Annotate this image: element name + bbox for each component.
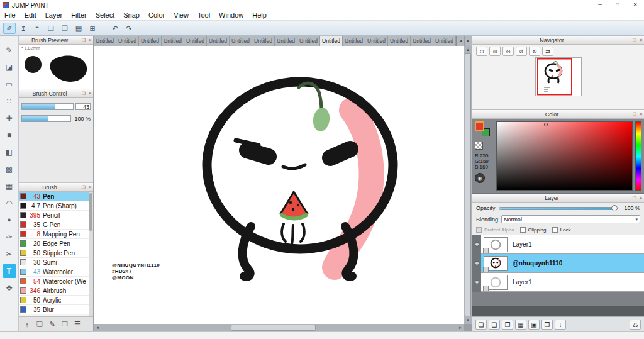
brush-menu-icon[interactable]: ☰ xyxy=(72,320,82,328)
foreground-color-swatch[interactable] xyxy=(475,121,484,131)
panel-popout-icon[interactable]: ❐ xyxy=(631,112,638,117)
canvas-viewport[interactable]: @NHUQUYNH1110 #HD247 @MOON ◂ ▸ ▴ ▾ xyxy=(94,46,472,331)
panel-close-icon[interactable]: ✕ xyxy=(87,38,93,43)
panel-close-icon[interactable]: ✕ xyxy=(638,112,644,117)
document-tab[interactable]: Untitled xyxy=(343,36,365,46)
layer-row[interactable]: Layer1 xyxy=(472,235,644,254)
slice-tool[interactable]: ✂ xyxy=(3,247,16,261)
brush-up-icon[interactable]: ↑ xyxy=(22,321,32,328)
brush-item[interactable]: 50 Stipple Pen xyxy=(19,248,93,258)
gradient-tool[interactable]: ▩ xyxy=(3,162,16,176)
add-brush-icon[interactable]: ❏ xyxy=(35,320,45,328)
document-tab[interactable]: Untitled xyxy=(252,36,275,46)
protect-alpha-checkbox[interactable] xyxy=(476,227,482,233)
document-tab[interactable]: Untitled xyxy=(297,36,320,46)
brush-item[interactable]: 20 Edge Pen xyxy=(19,239,93,248)
menu-item-window[interactable]: Window xyxy=(214,10,248,21)
brush-item[interactable]: 395 Pencil xyxy=(19,211,93,220)
pan-tool[interactable]: ✥ xyxy=(3,281,16,295)
brush-size-slider[interactable] xyxy=(21,103,74,110)
panel-popout-icon[interactable]: ❐ xyxy=(80,91,87,96)
document-tab[interactable]: Untitled xyxy=(275,36,297,46)
maximize-button[interactable]: □ xyxy=(609,0,626,10)
dot-pen-tool[interactable]: ∷ xyxy=(3,94,16,108)
merge-down-icon[interactable]: ↓ xyxy=(555,320,566,330)
document-tab[interactable]: Untitled xyxy=(116,36,139,46)
document-tab[interactable]: Untitled xyxy=(388,36,411,46)
panel-close-icon[interactable]: ✕ xyxy=(87,185,93,190)
text-tool[interactable]: T xyxy=(3,264,16,278)
menu-item-color[interactable]: Color xyxy=(144,10,169,21)
vertical-scroll-thumb[interactable] xyxy=(465,53,471,316)
menu-item-tool[interactable]: Tool xyxy=(193,10,214,21)
transparent-color-swatch[interactable] xyxy=(475,142,483,150)
layer-row-selected[interactable]: @nhuquynh1110 xyxy=(472,254,644,273)
scroll-up-icon[interactable]: ▴ xyxy=(464,46,472,53)
rotate-ccw-icon[interactable]: ↺ xyxy=(516,47,527,56)
pages-button[interactable]: ❐ xyxy=(58,23,71,34)
drawing-canvas[interactable]: @NHUQUYNH1110 #HD247 @MOON xyxy=(94,46,464,324)
layer-row[interactable]: Layer1 xyxy=(472,273,644,292)
menu-item-filter[interactable]: Filter xyxy=(67,10,91,21)
menu-item-file[interactable]: File xyxy=(0,10,20,21)
eraser-tool[interactable]: ◪ xyxy=(3,60,16,74)
panel-close-icon[interactable]: ✕ xyxy=(87,91,93,96)
brush-item[interactable]: 43 Watercolor xyxy=(19,267,93,277)
panel-layout-button[interactable]: ❏ xyxy=(45,23,57,34)
panel-popout-icon[interactable]: ❐ xyxy=(631,38,638,43)
duplicate-brush-icon[interactable]: ❐ xyxy=(60,320,70,328)
minimize-button[interactable]: ─ xyxy=(591,0,609,10)
document-tab[interactable]: Untitled xyxy=(365,36,388,46)
brush-item[interactable]: 35 G Pen xyxy=(19,220,93,230)
panel-popout-icon[interactable]: ❐ xyxy=(80,38,87,43)
brush-list-scrollbar[interactable] xyxy=(89,192,93,316)
panel-close-icon[interactable]: ✕ xyxy=(638,196,644,201)
move-tool[interactable]: ✚ xyxy=(3,111,16,125)
menu-item-select[interactable]: Select xyxy=(91,10,119,21)
transfer-layer-icon[interactable]: ❒ xyxy=(541,320,553,330)
saturation-value-picker[interactable] xyxy=(496,121,633,191)
layer-folder-icon[interactable]: ▣ xyxy=(528,320,540,330)
edit-brush-icon[interactable]: ✎ xyxy=(47,320,57,328)
brush-size-value[interactable]: 43 xyxy=(75,103,91,110)
blending-select[interactable]: Normal ▾ xyxy=(501,215,640,223)
halftone-layer-icon[interactable]: ▦ xyxy=(515,320,526,330)
zoom-reset-icon[interactable]: ⊜ xyxy=(502,47,514,56)
add-8bit-layer-icon[interactable]: ❑ xyxy=(489,320,500,330)
menu-item-layer[interactable]: Layer xyxy=(41,10,67,21)
brush-item[interactable]: 54 Watercolor (We xyxy=(19,277,93,286)
zoom-out-icon[interactable]: ⊖ xyxy=(476,47,487,56)
duplicate-layer-icon[interactable]: ❐ xyxy=(502,320,513,330)
lock-checkbox[interactable] xyxy=(552,227,558,233)
brush-tool[interactable]: ✎ xyxy=(3,43,16,57)
document-tab[interactable]: Untitled xyxy=(433,36,456,46)
tab-scroll-right-icon[interactable]: ▸ xyxy=(464,36,472,46)
eyedropper-icon[interactable]: ◉ xyxy=(475,173,485,183)
hue-slider[interactable] xyxy=(635,121,641,191)
bucket-tool[interactable]: ◧ xyxy=(3,145,16,159)
panel-close-icon[interactable]: ✕ xyxy=(638,38,644,43)
horizontal-scrollbar[interactable]: ◂ ▸ xyxy=(94,324,464,331)
rotate-cw-icon[interactable]: ↻ xyxy=(529,47,540,56)
fill-rect-tool[interactable]: ■ xyxy=(3,128,16,142)
export-button[interactable]: ↥ xyxy=(17,23,30,34)
brush-item[interactable]: 43 Pen xyxy=(19,192,93,201)
menu-item-edit[interactable]: Edit xyxy=(20,10,41,21)
document-tab[interactable]: Untitled xyxy=(139,36,162,46)
document-tab[interactable]: Untitled xyxy=(162,36,184,46)
navigator-thumbnail[interactable] xyxy=(535,57,582,96)
layer-visibility-icon[interactable] xyxy=(475,242,479,247)
panel-popout-icon[interactable]: ❐ xyxy=(80,185,87,190)
zoom-in-icon[interactable]: ⊕ xyxy=(489,47,501,56)
color-picker-marker[interactable] xyxy=(544,123,548,126)
scroll-right-icon[interactable]: ▸ xyxy=(457,324,464,331)
layer-visibility-icon[interactable] xyxy=(475,261,479,265)
menu-item-view[interactable]: View xyxy=(169,10,193,21)
document-tab[interactable]: Untitled xyxy=(411,36,433,46)
menu-item-help[interactable]: Help xyxy=(248,10,271,21)
clipping-checkbox[interactable] xyxy=(520,227,526,233)
grid-button[interactable]: ⊞ xyxy=(86,23,99,34)
brush-item[interactable]: 4.7 Pen (Sharp) xyxy=(19,201,93,211)
lasso-tool[interactable]: ◠ xyxy=(3,196,16,210)
redo-button[interactable]: ↷ xyxy=(123,23,135,34)
